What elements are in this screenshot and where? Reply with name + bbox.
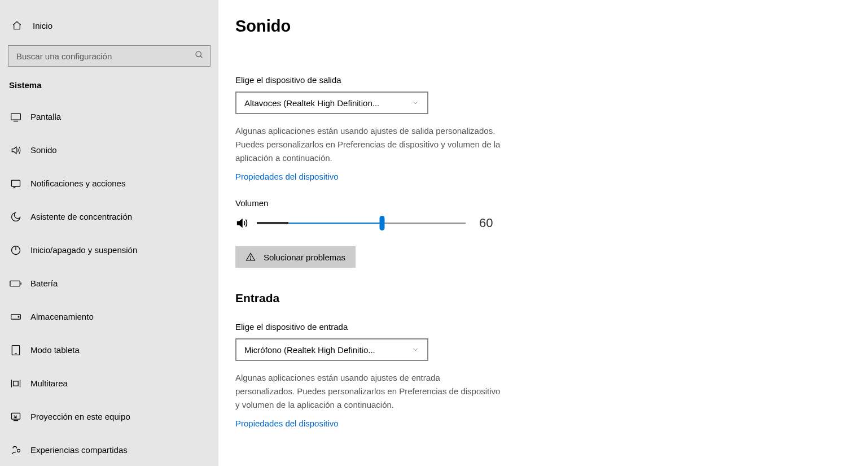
svg-point-0 xyxy=(196,51,201,56)
sidebar-item-label: Experiencias compartidas xyxy=(30,445,128,455)
volume-value: 60 xyxy=(479,216,493,230)
home-label: Inicio xyxy=(33,21,52,31)
svg-rect-15 xyxy=(14,381,18,385)
sidebar-item-proyeccion[interactable]: Proyección en este equipo xyxy=(0,400,218,433)
tablet-icon xyxy=(9,343,23,357)
volume-control: 60 xyxy=(235,216,851,230)
sidebar-item-notificaciones[interactable]: Notificaciones y acciones xyxy=(0,167,218,200)
svg-rect-2 xyxy=(11,114,21,120)
search-icon xyxy=(195,50,204,62)
output-device-props-link[interactable]: Propiedades del dispositivo xyxy=(235,172,339,181)
sidebar-item-sonido[interactable]: Sonido xyxy=(0,133,218,167)
power-icon xyxy=(9,243,23,257)
storage-icon xyxy=(9,310,23,324)
sidebar-item-concentracion[interactable]: Asistente de concentración xyxy=(0,200,218,233)
svg-point-19 xyxy=(250,259,251,259)
svg-rect-16 xyxy=(12,413,20,419)
warning-icon xyxy=(246,252,256,262)
sidebar: Inicio Sistema Pantalla Sonido Notificac… xyxy=(0,0,218,466)
input-device-label: Elige el dispositivo de entrada xyxy=(235,322,851,332)
display-icon xyxy=(9,110,23,124)
sidebar-item-almacenamiento[interactable]: Almacenamiento xyxy=(0,300,218,333)
output-device-label: Elige el dispositivo de salida xyxy=(235,75,851,85)
volume-icon[interactable] xyxy=(235,217,248,229)
input-device-selected: Micrófono (Realtek High Definitio... xyxy=(244,345,406,355)
sidebar-item-label: Inicio/apagado y suspensión xyxy=(30,245,137,255)
input-device-props-link[interactable]: Propiedades del dispositivo xyxy=(235,419,339,428)
sidebar-section-header: Sistema xyxy=(0,78,218,100)
sound-icon xyxy=(9,143,23,157)
home-icon xyxy=(11,20,23,31)
sidebar-item-label: Modo tableta xyxy=(30,345,80,355)
sidebar-item-experiencias[interactable]: Experiencias compartidas xyxy=(0,433,218,466)
input-device-dropdown[interactable]: Micrófono (Realtek High Definitio... xyxy=(235,338,428,361)
search-box xyxy=(8,45,211,67)
moon-icon xyxy=(9,210,23,224)
sidebar-item-label: Batería xyxy=(30,278,58,288)
output-device-selected: Altavoces (Realtek High Definition... xyxy=(244,98,406,108)
volume-label: Volumen xyxy=(235,198,851,208)
sidebar-item-label: Asistente de concentración xyxy=(30,212,132,221)
sidebar-item-label: Proyección en este equipo xyxy=(30,412,130,421)
input-help-text: Algunas aplicaciones están usando ajuste… xyxy=(235,371,501,412)
search-input[interactable] xyxy=(8,45,211,67)
main-content: Sonido Elige el dispositivo de salida Al… xyxy=(218,0,868,466)
sidebar-item-label: Sonido xyxy=(30,145,57,155)
svg-point-17 xyxy=(17,449,20,452)
sidebar-item-apagado[interactable]: Inicio/apagado y suspensión xyxy=(0,233,218,267)
input-section-title: Entrada xyxy=(235,291,851,305)
sidebar-item-bateria[interactable]: Batería xyxy=(0,267,218,300)
troubleshoot-label: Solucionar problemas xyxy=(264,252,345,262)
multitask-icon xyxy=(9,377,23,390)
notification-icon xyxy=(9,177,23,190)
chevron-down-icon xyxy=(411,346,419,354)
sidebar-item-label: Multitarea xyxy=(30,378,68,388)
battery-icon xyxy=(9,277,23,290)
svg-line-1 xyxy=(200,56,202,58)
chevron-down-icon xyxy=(411,99,419,107)
svg-rect-7 xyxy=(10,281,20,286)
slider-thumb[interactable] xyxy=(380,216,385,230)
shared-icon xyxy=(9,443,23,457)
sidebar-item-label: Almacenamiento xyxy=(30,312,94,321)
sidebar-item-pantalla[interactable]: Pantalla xyxy=(0,100,218,133)
output-help-text: Algunas aplicaciones están usando ajuste… xyxy=(235,124,501,165)
sidebar-item-tableta[interactable]: Modo tableta xyxy=(0,333,218,367)
project-icon xyxy=(9,410,23,424)
home-link[interactable]: Inicio xyxy=(0,11,218,40)
svg-rect-4 xyxy=(12,180,20,186)
volume-slider[interactable] xyxy=(257,217,466,229)
svg-point-10 xyxy=(18,316,19,317)
troubleshoot-button[interactable]: Solucionar problemas xyxy=(235,246,356,268)
output-device-dropdown[interactable]: Altavoces (Realtek High Definition... xyxy=(235,92,428,114)
sidebar-item-label: Notificaciones y acciones xyxy=(30,178,125,188)
sidebar-item-multitarea[interactable]: Multitarea xyxy=(0,367,218,400)
sidebar-item-label: Pantalla xyxy=(30,112,61,121)
page-title: Sonido xyxy=(235,17,851,36)
